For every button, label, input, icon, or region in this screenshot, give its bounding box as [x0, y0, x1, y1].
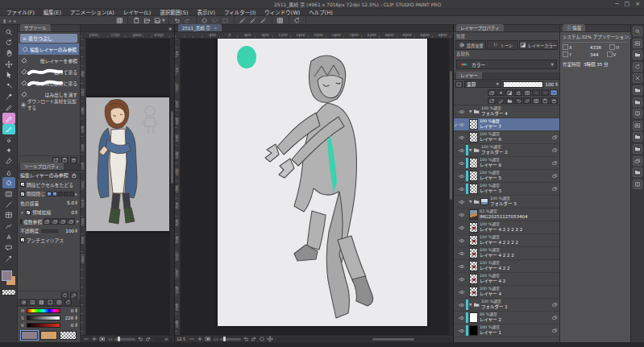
menu-item-0[interactable]: ファイル(F) — [6, 8, 35, 16]
horizontal-scrollbar[interactable] — [276, 337, 451, 341]
layer-visibility-eye-icon[interactable] — [458, 212, 466, 218]
layer-thumbnail[interactable] — [469, 158, 478, 168]
layer-visibility-eye-icon[interactable] — [458, 199, 466, 205]
folder-icon[interactable]: ▼ — [469, 147, 480, 154]
rect-select-icon[interactable] — [221, 16, 231, 24]
layer-visibility-eye-icon[interactable] — [458, 289, 466, 295]
layer-thumbnail[interactable] — [469, 132, 478, 143]
checkbox[interactable]: ✓ — [20, 192, 25, 196]
layer-visibility-eye-icon[interactable] — [458, 302, 466, 308]
canvas-tab[interactable]: 2511_黒崎 京 × — [178, 24, 222, 31]
paste-icon[interactable] — [131, 16, 141, 24]
layer-row[interactable]: 100 %通常レイヤー 4 2 2 2 — [454, 247, 559, 260]
flip-icon[interactable] — [266, 336, 273, 342]
zoom-out-icon[interactable] — [82, 336, 89, 342]
layer-row[interactable]: 100 %通常レイヤー 8 — [454, 157, 559, 170]
zoom-slider[interactable] — [114, 338, 135, 341]
delete-layer-icon[interactable] — [550, 97, 558, 104]
folder-icon[interactable]: ▼ — [469, 301, 480, 308]
material-manga-icon[interactable] — [633, 109, 642, 118]
close-button[interactable]: × — [635, 1, 640, 8]
main-artwork[interactable] — [218, 39, 427, 326]
slider-stepper[interactable]: ▲▼ — [75, 308, 77, 313]
slider-value[interactable]: 0 — [62, 308, 73, 313]
menu-item-3[interactable]: レイヤー(L) — [123, 8, 152, 16]
tool-property-row-1[interactable]: ✓隙間閉じ▸ — [18, 189, 80, 199]
opacity-slider[interactable] — [503, 81, 543, 88]
layer-row[interactable]: 88 %通常レイヤー 2 — [454, 312, 559, 324]
opacity-track[interactable] — [42, 229, 58, 233]
value-stepper[interactable]: ▲▼ — [75, 210, 77, 215]
subtool-item-0[interactable]: 編集レイヤーのみ参照 — [19, 43, 79, 55]
create-mask-icon[interactable] — [532, 97, 540, 104]
layer-visibility-eye-icon[interactable] — [458, 315, 466, 321]
layer-thumbnail[interactable] — [469, 235, 478, 246]
transfer-down-icon[interactable] — [514, 97, 522, 104]
rotate-right-icon[interactable] — [250, 336, 257, 342]
balloon-tool[interactable] — [2, 242, 15, 253]
layer-row[interactable]: 100 %通常レイヤー 4 2 — [454, 273, 559, 286]
material-3d-icon[interactable] — [633, 132, 642, 142]
layer-visibility-eye-icon[interactable] — [458, 147, 466, 154]
enable-mask-icon[interactable] — [523, 89, 531, 96]
reference-layer-icon[interactable] — [497, 89, 505, 96]
tool-property-row-6[interactable]: ✓アンチエイリアス — [18, 235, 80, 245]
apply-mask-icon[interactable] — [541, 97, 549, 104]
subtool-group-title[interactable]: ≡塗りつぶし — [20, 34, 77, 43]
tab-layer-property[interactable]: レイヤープロパティ — [456, 24, 504, 31]
checkbox[interactable]: ✓ — [20, 182, 25, 187]
checkbox[interactable]: ✓ — [26, 210, 31, 215]
layer-visibility-eye-icon[interactable] — [458, 134, 466, 141]
layer-thumbnail[interactable] — [469, 119, 478, 130]
palette-dock-arrows[interactable]: ▮◂◂ — [2, 18, 111, 23]
auto-select-tool[interactable] — [2, 81, 15, 91]
V-slider[interactable] — [27, 323, 60, 328]
layer-row[interactable]: 63 %通常IMG20251127053404 — [454, 209, 559, 221]
value-stepper[interactable]: ▲▼ — [75, 200, 77, 205]
zoom-out-icon[interactable] — [188, 336, 195, 342]
menu-item-7[interactable]: ウィンドウ(W) — [264, 8, 300, 16]
brush-tool[interactable] — [2, 124, 15, 134]
history-icon[interactable] — [633, 62, 642, 72]
zoom-in-icon[interactable] — [196, 336, 203, 342]
reference-artwork[interactable] — [86, 97, 169, 231]
material-pose-icon[interactable] — [633, 144, 642, 154]
color-set-tab-icon[interactable] — [38, 299, 45, 306]
S-slider[interactable] — [27, 316, 60, 320]
vertical-scrollbar-left-canvas[interactable] — [170, 39, 174, 335]
menu-item-4[interactable]: 選択範囲(S) — [160, 8, 188, 16]
layer-thumbnail[interactable] — [469, 171, 478, 181]
layer-row[interactable]: 100 %通常レイヤー 1 — [454, 324, 559, 337]
material-all-icon[interactable] — [633, 180, 642, 189]
property-value[interactable]: 5.0 — [61, 200, 74, 205]
H-slider[interactable] — [27, 308, 60, 313]
rotate-canvas-tool[interactable] — [2, 37, 15, 48]
open-icon[interactable] — [142, 16, 152, 24]
material-color-icon[interactable] — [633, 85, 642, 95]
layer-visibility-eye-icon[interactable] — [458, 122, 466, 128]
slider-stepper[interactable]: ▲▼ — [75, 323, 77, 328]
layer-folder-row[interactable]: ▼100 %通常フォルダー 2 — [454, 144, 559, 157]
lock-icon[interactable] — [71, 172, 77, 179]
layer-thumbnail[interactable] — [469, 274, 478, 284]
actual-size-icon[interactable]: 1:1 — [106, 336, 114, 342]
close-palette-icon[interactable] — [633, 73, 642, 83]
gap-close-segment[interactable] — [58, 192, 63, 196]
expression-color-select[interactable]: カラー ▼ — [456, 60, 557, 69]
tab-tool-property[interactable]: ツールプロパティ — [20, 163, 64, 170]
subtool-item-4[interactable]: はみ出しを消す — [18, 89, 80, 100]
layer-thumbnail[interactable] — [469, 222, 478, 233]
zoom-slider[interactable] — [220, 338, 241, 341]
pencil-tool[interactable] — [2, 113, 15, 123]
layer-visibility-eye-icon[interactable] — [458, 186, 466, 192]
main-color-swatch[interactable] — [21, 331, 38, 340]
layer-row[interactable]: 100 %乗算レイヤー 7 — [454, 118, 559, 131]
menu-item-1[interactable]: 編集(E) — [44, 8, 61, 16]
layer-visibility-eye-icon[interactable] — [458, 238, 466, 244]
frame-border-tool[interactable] — [2, 210, 15, 221]
gap-close-segment[interactable] — [64, 192, 69, 196]
snap-ruler-icon[interactable] — [238, 16, 247, 24]
ruler-range-icon[interactable] — [532, 89, 540, 96]
pen-tool[interactable] — [2, 102, 15, 113]
sub-view-icon[interactable] — [633, 39, 642, 48]
